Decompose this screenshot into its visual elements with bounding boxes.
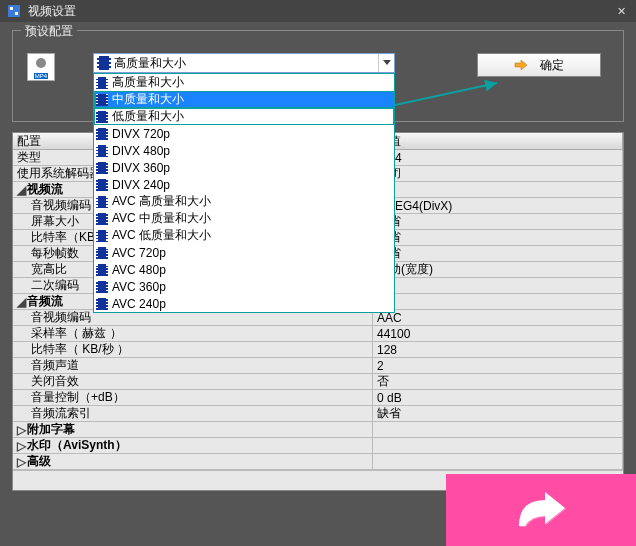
film-icon — [96, 94, 108, 106]
dropdown-item[interactable]: DIVX 240p — [94, 176, 394, 193]
dropdown-item[interactable]: DIVX 360p — [94, 159, 394, 176]
close-button[interactable]: ✕ — [612, 2, 630, 20]
dropdown-item[interactable]: AVC 480p — [94, 261, 394, 278]
preset-dropdown[interactable]: 高质量和大小中质量和大小低质量和大小DIVX 720pDIVX 480pDIVX… — [93, 73, 395, 313]
dropdown-item[interactable]: AVC 720p — [94, 244, 394, 261]
mp4-icon: MP4 — [27, 53, 55, 81]
grid-cell-name: 关闭音效 — [13, 374, 373, 390]
grid-row[interactable]: 比特率（ KB/秒 ）128 — [13, 342, 623, 358]
grid-cell-value: 否 — [373, 278, 623, 294]
film-icon — [96, 281, 108, 293]
grid-cell-value: 2 — [373, 358, 623, 374]
grid-row[interactable]: 关闭音效否 — [13, 374, 623, 390]
grid-cell-name: 比特率（ KB/秒 ） — [13, 342, 373, 358]
dropdown-item[interactable]: AVC 高质量和大小 — [94, 193, 394, 210]
app-icon — [6, 3, 22, 19]
toggle-icon[interactable]: ▷ — [17, 439, 27, 453]
svg-line-3 — [395, 83, 497, 105]
film-icon — [96, 264, 108, 276]
grid-cell-value: 自动(宽度) — [373, 262, 623, 278]
ok-button-label: 确定 — [540, 57, 564, 74]
grid-row[interactable]: ▷高级 — [13, 454, 623, 470]
grid-cell-value: MPEG4(DivX) — [373, 198, 623, 214]
dropdown-item-label: 低质量和大小 — [112, 108, 184, 125]
toggle-icon[interactable]: ▷ — [17, 455, 27, 469]
grid-row[interactable]: 采样率（ 赫兹 ）44100 — [13, 326, 623, 342]
grid-cell-name: ▷高级 — [13, 454, 373, 470]
film-icon — [96, 145, 108, 157]
grid-row[interactable]: 音量控制（+dB）0 dB — [13, 390, 623, 406]
dropdown-item-label: DIVX 720p — [112, 127, 170, 141]
dropdown-item[interactable]: AVC 低质量和大小 — [94, 227, 394, 244]
grid-cell-name: ▷附加字幕 — [13, 422, 373, 438]
dropdown-item-label: AVC 高质量和大小 — [112, 193, 211, 210]
dropdown-item[interactable]: 低质量和大小 — [94, 108, 394, 125]
dropdown-item-label: 中质量和大小 — [112, 91, 184, 108]
grid-cell-value: 缺省 — [373, 214, 623, 230]
preset-combobox[interactable]: 高质量和大小 — [93, 53, 395, 73]
grid-row[interactable]: ▷水印（AviSynth） — [13, 438, 623, 454]
chevron-down-icon[interactable] — [378, 54, 394, 72]
grid-header-value: 数值 — [373, 133, 623, 150]
arrow-right-icon — [514, 58, 528, 72]
dropdown-item-label: AVC 480p — [112, 263, 166, 277]
toggle-icon[interactable]: ◢ — [17, 295, 27, 309]
dropdown-item[interactable]: DIVX 720p — [94, 125, 394, 142]
grid-cell-name: 音量控制（+dB） — [13, 390, 373, 406]
toggle-icon[interactable]: ◢ — [17, 183, 27, 197]
dropdown-item[interactable]: 中质量和大小 — [94, 91, 394, 108]
grid-row[interactable]: 音频流索引缺省 — [13, 406, 623, 422]
dropdown-item-label: 高质量和大小 — [112, 74, 184, 91]
dropdown-item-label: AVC 360p — [112, 280, 166, 294]
toggle-icon[interactable]: ▷ — [17, 423, 27, 437]
grid-cell-value — [373, 438, 623, 454]
film-icon — [96, 179, 108, 191]
dropdown-item-label: AVC 中质量和大小 — [112, 210, 211, 227]
grid-cell-value: 缺省 — [373, 406, 623, 422]
svg-rect-2 — [15, 12, 18, 15]
grid-cell-value — [373, 454, 623, 470]
preset-fieldset: 预设配置 MP4 高质量和大小 高质量和大小中质量和大小低质量和大小DIVX 7… — [12, 30, 624, 122]
grid-cell-value: 0 dB — [373, 390, 623, 406]
preset-legend: 预设配置 — [21, 23, 77, 40]
film-icon — [97, 56, 111, 70]
grid-cell-value: 关闭 — [373, 166, 623, 182]
grid-cell-value: MP4 — [373, 150, 623, 166]
svg-rect-0 — [8, 5, 20, 17]
film-icon — [96, 128, 108, 140]
grid-row[interactable]: ▷附加字幕 — [13, 422, 623, 438]
watermark-overlay — [446, 474, 636, 546]
dropdown-item[interactable]: 高质量和大小 — [94, 74, 394, 91]
grid-cell-value — [373, 182, 623, 198]
dropdown-item-label: DIVX 360p — [112, 161, 170, 175]
dropdown-item-label: DIVX 240p — [112, 178, 170, 192]
dropdown-item-label: DIVX 480p — [112, 144, 170, 158]
film-icon — [96, 247, 108, 259]
grid-cell-value — [373, 422, 623, 438]
grid-cell-value: 128 — [373, 342, 623, 358]
dropdown-item[interactable]: AVC 240p — [94, 295, 394, 312]
dropdown-item[interactable]: DIVX 480p — [94, 142, 394, 159]
grid-cell-value: 缺省 — [373, 230, 623, 246]
ok-button[interactable]: 确定 — [477, 53, 601, 77]
grid-cell-name: 采样率（ 赫兹 ） — [13, 326, 373, 342]
film-icon — [96, 196, 108, 208]
film-icon — [96, 162, 108, 174]
film-icon — [96, 230, 108, 242]
dropdown-item-label: AVC 240p — [112, 297, 166, 311]
grid-cell-value — [373, 294, 623, 310]
grid-cell-value: 否 — [373, 374, 623, 390]
grid-cell-name: 音频流索引 — [13, 406, 373, 422]
grid-cell-name: 音频声道 — [13, 358, 373, 374]
dropdown-item[interactable]: AVC 360p — [94, 278, 394, 295]
grid-cell-value: AAC — [373, 310, 623, 326]
dropdown-item-label: AVC 720p — [112, 246, 166, 260]
film-icon — [96, 77, 108, 89]
combobox-value: 高质量和大小 — [114, 55, 378, 72]
dropdown-item[interactable]: AVC 中质量和大小 — [94, 210, 394, 227]
svg-rect-1 — [10, 7, 13, 10]
film-icon — [96, 213, 108, 225]
grid-cell-name: ▷水印（AviSynth） — [13, 438, 373, 454]
grid-row[interactable]: 音频声道2 — [13, 358, 623, 374]
window-title: 视频设置 — [28, 3, 612, 20]
